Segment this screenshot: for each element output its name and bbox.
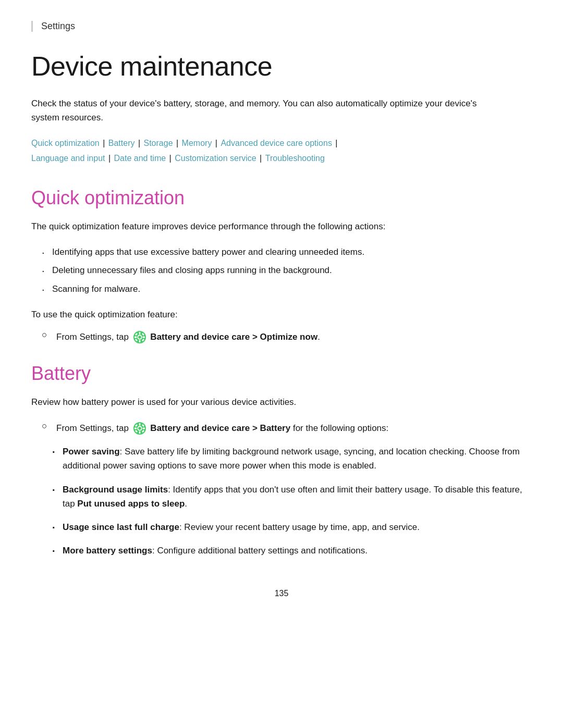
page-number: 135 <box>31 589 532 614</box>
quick-optimization-step-intro: To use the quick optimization feature: <box>31 307 532 322</box>
quick-optimization-step: ○ From Settings, tap Battery and devic <box>31 330 532 344</box>
section-quick-optimization: Quick optimization The quick optimizatio… <box>31 187 532 344</box>
nav-link-battery[interactable]: Battery <box>108 139 135 147</box>
bullet-item: Scanning for malware. <box>42 282 532 296</box>
svg-rect-14 <box>139 423 140 426</box>
battery-option-power-saving: Power saving: Save battery life by limit… <box>52 445 532 473</box>
svg-point-13 <box>138 427 141 430</box>
battery-option-background-usage: Background usage limits: Identify apps t… <box>52 483 532 511</box>
quick-optimization-step-content: From Settings, tap Battery and device ca… <box>56 330 320 344</box>
svg-rect-16 <box>134 428 137 429</box>
battery-option-label: More battery settings <box>63 546 152 556</box>
svg-rect-15 <box>139 431 140 434</box>
nav-links: Quick optimization | Battery | Storage |… <box>31 136 532 166</box>
nav-link-language-input[interactable]: Language and input <box>31 154 105 163</box>
settings-icon <box>133 330 146 344</box>
battery-put-unused: Put unused apps to sleep <box>77 499 185 509</box>
svg-rect-5 <box>134 337 137 338</box>
settings-icon-battery <box>133 422 146 435</box>
battery-option-usage-since: Usage since last full charge: Review you… <box>52 520 532 534</box>
battery-option-label: Background usage limits <box>63 485 168 495</box>
breadcrumb: Settings <box>31 21 532 32</box>
svg-rect-17 <box>142 428 145 429</box>
battery-step-bold: Battery and device care > Battery <box>150 423 290 433</box>
svg-rect-3 <box>139 332 140 335</box>
nav-link-storage[interactable]: Storage <box>144 139 173 147</box>
svg-point-2 <box>138 336 141 339</box>
page-intro: Check the status of your device's batter… <box>31 96 500 125</box>
battery-option-label: Power saving <box>63 447 120 456</box>
nav-link-memory[interactable]: Memory <box>182 139 212 147</box>
bullet-item: Identifying apps that use excessive batt… <box>42 245 532 259</box>
battery-step: ○ From Settings, tap Battery and devic <box>31 421 532 436</box>
nav-link-advanced-device-care[interactable]: Advanced device care options <box>221 139 332 147</box>
quick-optimization-bold: Battery and device care > Optimize now <box>150 332 317 342</box>
battery-options-list: Power saving: Save battery life by limit… <box>31 445 532 558</box>
battery-intro: Review how battery power is used for you… <box>31 395 511 409</box>
circle-bullet-battery: ○ <box>42 421 52 431</box>
breadcrumb-label: Settings <box>41 21 75 31</box>
quick-optimization-bullets: Identifying apps that use excessive batt… <box>31 245 532 296</box>
svg-rect-4 <box>139 340 140 343</box>
circle-bullet: ○ <box>42 330 52 340</box>
quick-optimization-intro: The quick optimization feature improves … <box>31 219 511 233</box>
nav-link-customization-service[interactable]: Customization service <box>175 154 256 163</box>
page-title: Device maintenance <box>31 51 532 82</box>
battery-step-content: From Settings, tap Battery and device ca… <box>56 421 388 436</box>
battery-heading: Battery <box>31 363 532 385</box>
svg-rect-6 <box>142 337 145 338</box>
section-battery: Battery Review how battery power is used… <box>31 363 532 558</box>
nav-link-date-time[interactable]: Date and time <box>114 154 166 163</box>
nav-link-troubleshooting[interactable]: Troubleshooting <box>265 154 325 163</box>
nav-link-quick-optimization[interactable]: Quick optimization <box>31 139 100 147</box>
battery-option-label: Usage since last full charge <box>63 522 179 532</box>
bullet-item: Deleting unnecessary files and closing a… <box>42 263 532 277</box>
quick-optimization-heading: Quick optimization <box>31 187 532 209</box>
battery-option-more-settings: More battery settings: Configure additio… <box>52 544 532 558</box>
